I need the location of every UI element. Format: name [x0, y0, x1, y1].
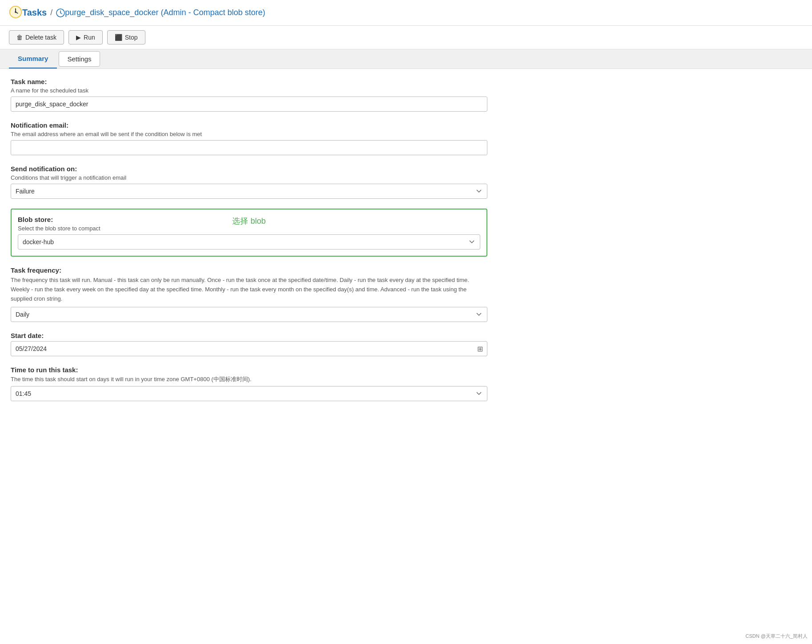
task-frequency-hint: The frequency this task will run. Manual…	[11, 276, 487, 303]
notification-email-hint: The email address where an email will be…	[11, 131, 487, 137]
send-notification-select[interactable]: Failure Success Always Never	[11, 184, 487, 199]
send-notification-section: Send notification on: Conditions that wi…	[11, 165, 487, 199]
app-title[interactable]: Tasks	[22, 8, 47, 18]
task-frequency-select[interactable]: Manual Once Daily Weekly Monthly Advance…	[11, 307, 487, 322]
trash-icon: 🗑	[16, 34, 23, 41]
toolbar: 🗑 Delete task ▶ Run ⬛ Stop	[0, 26, 812, 49]
delete-task-label: Delete task	[25, 34, 56, 41]
calendar-icon: ⊞	[477, 345, 483, 353]
notification-email-input[interactable]	[11, 140, 487, 155]
start-date-input[interactable]	[11, 341, 487, 356]
delete-task-button[interactable]: 🗑 Delete task	[9, 30, 64, 44]
tab-settings[interactable]: Settings	[59, 51, 100, 67]
breadcrumb-task-name: purge_disk_space_docker (Admin - Compact…	[65, 8, 265, 17]
footer-annotation: CSDN @天草二十六_简村人	[745, 633, 808, 640]
breadcrumb-separator: /	[50, 8, 52, 17]
main-content: Task name: A name for the scheduled task…	[0, 69, 498, 420]
blob-store-hint: Select the blob store to compact	[18, 225, 480, 232]
start-date-label: Start date:	[11, 332, 487, 339]
send-notification-label: Send notification on:	[11, 165, 487, 173]
notification-email-section: Notification email: The email address wh…	[11, 121, 487, 155]
task-name-section: Task name: A name for the scheduled task	[11, 78, 487, 112]
time-hint: The time this task should start on days …	[11, 375, 487, 383]
time-label: Time to run this task:	[11, 366, 487, 374]
task-name-hint: A name for the scheduled task	[11, 87, 487, 94]
task-breadcrumb-icon	[56, 8, 65, 17]
run-button[interactable]: ▶ Run	[68, 30, 103, 44]
clock-icon	[9, 5, 22, 20]
start-date-wrapper: ⊞	[11, 341, 487, 356]
task-name-input[interactable]	[11, 97, 487, 112]
time-select[interactable]: 01:45	[11, 386, 487, 401]
notification-email-label: Notification email:	[11, 121, 487, 129]
play-icon: ▶	[76, 34, 81, 41]
send-notification-hint: Conditions that will trigger a notificat…	[11, 174, 487, 181]
start-date-section: Start date: ⊞	[11, 332, 487, 356]
task-frequency-label: Task frequency:	[11, 266, 487, 274]
tabs-bar: Summary Settings	[0, 49, 812, 69]
stop-label: Stop	[125, 34, 138, 41]
task-name-label: Task name:	[11, 78, 487, 85]
blob-store-label: Blob store:	[18, 216, 480, 223]
blob-store-select[interactable]: docker-hub	[18, 234, 480, 250]
stop-icon: ⬛	[115, 34, 122, 41]
task-frequency-section: Task frequency: The frequency this task …	[11, 266, 487, 322]
header: Tasks / purge_disk_space_docker (Admin -…	[0, 0, 812, 26]
run-label: Run	[84, 34, 95, 41]
blob-store-section: Blob store: 选择 blob Select the blob stor…	[11, 209, 487, 257]
time-section: Time to run this task: The time this tas…	[11, 366, 487, 401]
tab-summary[interactable]: Summary	[9, 49, 57, 68]
svg-point-4	[15, 11, 16, 13]
stop-button[interactable]: ⬛ Stop	[107, 30, 145, 44]
